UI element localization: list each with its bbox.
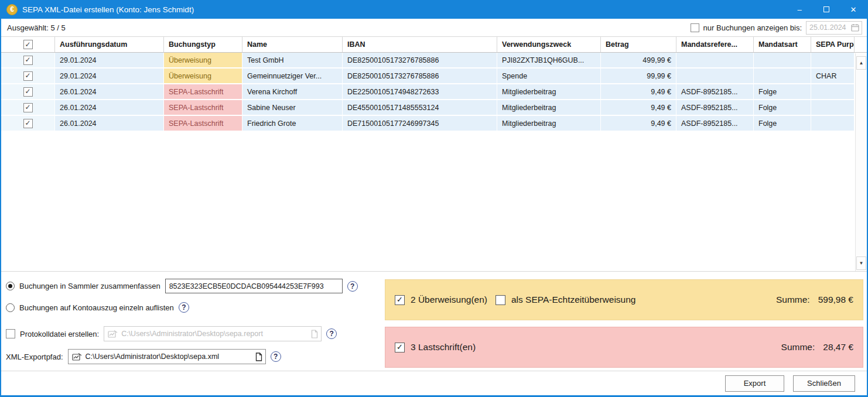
table-row[interactable]: 26.01.2024SEPA-LastschriftVerena Kirchof… [1,84,867,100]
help-icon-protokoll[interactable]: ? [326,328,337,339]
column-header-mandatsrefere[interactable]: Mandatsrefere... [676,37,754,52]
protokoll-checkbox[interactable] [6,329,15,338]
cell-mandatsart: Folge [754,100,811,115]
radio-sammler[interactable] [6,282,15,290]
lastschriften-summe-value: 28,47 € [823,342,853,352]
column-header-verwendungszweck[interactable]: Verwendungszweck [497,37,601,52]
cell-iban: DE82500105173276785886 [343,69,497,83]
radio-einzeln[interactable] [6,303,15,312]
close-button[interactable]: ✕ [840,0,867,19]
cell-sepa-purpose [811,116,855,131]
cell-datum: 26.01.2024 [55,116,164,131]
lastschriften-summe-label: Summe: [781,342,815,352]
help-icon-sammler[interactable]: ? [347,281,358,292]
cell-mandatsreferenz: ASDF-8952185... [676,116,754,131]
column-header-sepa-purpose[interactable]: SEPA Purpose... [811,37,855,52]
row-checkbox[interactable] [23,71,33,81]
cell-betrag: 9,49 € [601,84,676,99]
cell-name: Gemeinnuetziger Ver... [242,69,343,83]
protokoll-path-value: C:\Users\Administrator\Desktop\sepa.repo… [121,330,307,338]
select-all-header[interactable] [1,37,55,52]
exportpfad-path-value: C:\Users\Administrator\Desktop\sepa.xml [86,352,252,361]
ueberweisungen-summe-label: Summe: [776,295,810,305]
cell-name: Verena Kirchoff [242,84,343,99]
lastschriften-count-label: 3 Lastschrift(en) [411,342,476,352]
select-all-checkbox[interactable] [23,40,33,49]
title-bar: € SEPA XML-Datei erstellen (Konto: Jens … [1,0,867,19]
cell-name: Sabine Neuser [242,100,343,115]
minimize-button[interactable]: – [786,0,813,19]
cell-zweck: PJI82ZXTJB1QH6GUB... [497,53,601,67]
cell-mandatsart: Folge [754,116,811,131]
row-checkbox[interactable] [23,87,33,97]
close-dialog-button[interactable]: Schließen [793,375,855,392]
exportpfad-label: XML-Exportpfad: [6,352,63,361]
cell-name: Friedrich Grote [242,116,343,131]
lastschriften-summary-box: 3 Lastschrift(en) Summe: 28,47 € [385,327,863,368]
cell-mandatsreferenz: ASDF-8952185... [676,84,754,99]
options-panel: Buchungen in Sammler zusammenfassen 8523… [1,271,867,371]
column-header-betrag[interactable]: Betrag [601,37,676,52]
sammler-id-input[interactable]: 8523E323ECB5E0DCDACB095444253E7F993 [165,279,343,293]
cell-betrag: 499,99 € [601,53,676,67]
column-header-ausf-hrungsdatum[interactable]: Ausführungsdatum [55,37,164,52]
report-file-icon [108,330,118,338]
cell-datum: 26.01.2024 [55,100,164,115]
filter-date-value: 25.01.2024 [809,23,846,32]
cell-zweck: Mitgliederbeitrag [497,116,601,131]
cell-iban: DE82500105173276785886 [343,53,497,67]
window-title: SEPA XML-Datei erstellen (Konto: Jens Sc… [22,5,194,14]
bookings-table: AusführungsdatumBuchungstypNameIBANVerwe… [1,36,867,271]
ueberweisungen-summe-value: 599,98 € [818,295,853,305]
scroll-down-icon[interactable]: ▼ [856,256,866,270]
filter-date-checkbox[interactable] [691,23,699,32]
table-row[interactable]: 29.01.2024ÜberweisungTest GmbHDE82500105… [1,53,867,69]
maximize-button[interactable] [813,0,840,19]
maximize-icon [823,6,829,12]
selected-count-label: Ausgewählt: 5 / 5 [7,23,66,32]
column-header-buchungstyp[interactable]: Buchungstyp [164,37,242,52]
cell-mandatsreferenz [676,53,754,67]
filter-date-input[interactable]: 25.01.2024 [806,21,862,35]
scroll-up-icon[interactable]: ▲ [856,56,866,70]
row-checkbox[interactable] [23,103,33,112]
cell-datum: 29.01.2024 [55,53,164,67]
ueberweisungen-count-label: 2 Überweisung(en) [411,295,487,305]
table-row[interactable]: 26.01.2024SEPA-LastschriftFriedrich Grot… [1,116,867,132]
cell-zweck: Spende [497,69,601,83]
echtzeit-checkbox[interactable] [495,295,505,305]
cell-betrag: 9,49 € [601,100,676,115]
calendar-icon [851,23,859,32]
column-header-name[interactable]: Name [242,37,343,52]
row-select-cell [1,84,55,99]
protokoll-path-field[interactable]: C:\Users\Administrator\Desktop\sepa.repo… [104,326,322,341]
cell-sepa-purpose [811,84,855,99]
row-checkbox[interactable] [23,56,33,65]
filter-date-label: nur Buchungen anzeigen bis: [703,23,802,32]
cell-mandatsreferenz [676,69,754,83]
footer-bar: Export Schließen [1,371,867,395]
row-checkbox[interactable] [23,119,33,128]
cell-iban: DE22500105174948272633 [343,84,497,99]
column-header-mandatsart[interactable]: Mandatsart [754,37,811,52]
cell-typ: SEPA-Lastschrift [164,116,242,131]
row-select-cell [1,69,55,83]
cell-datum: 29.01.2024 [55,69,164,83]
cell-typ: SEPA-Lastschrift [164,84,242,99]
cell-datum: 26.01.2024 [55,84,164,99]
help-icon-einzeln[interactable]: ? [179,302,189,313]
table-row[interactable]: 29.01.2024ÜberweisungGemeinnuetziger Ver… [1,69,867,84]
protokoll-option-row: Protokolldatei erstellen: C:\Users\Admin… [6,326,337,341]
page-icon [255,352,262,361]
table-row[interactable]: 26.01.2024SEPA-LastschriftSabine NeuserD… [1,100,867,116]
vertical-scrollbar[interactable]: ▲ ▼ [855,53,867,271]
export-button[interactable]: Export [725,375,784,392]
ueberweisungen-checkbox[interactable] [395,295,405,305]
lastschriften-checkbox[interactable] [395,343,405,352]
exportpfad-path-field[interactable]: C:\Users\Administrator\Desktop\sepa.xml [68,349,266,364]
column-header-iban[interactable]: IBAN [343,37,497,52]
help-icon-exportpfad[interactable]: ? [271,351,281,362]
cell-typ: Überweisung [164,53,242,67]
filter-bar: Ausgewählt: 5 / 5 nur Buchungen anzeigen… [1,19,867,36]
cell-typ: Überweisung [164,69,242,83]
